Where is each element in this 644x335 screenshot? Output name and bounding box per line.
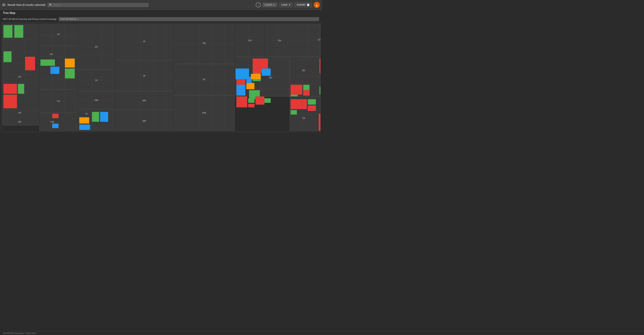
svg-rect-88	[236, 85, 246, 96]
svg-rect-5	[18, 84, 24, 94]
svg-rect-121	[264, 98, 271, 103]
svg-rect-42	[79, 117, 89, 124]
svg-rect-31	[52, 124, 58, 128]
search-icon: 🔍	[49, 4, 52, 6]
svg-rect-107	[320, 87, 320, 95]
svg-rect-111	[308, 99, 316, 105]
svg-rect-40	[92, 112, 99, 122]
cell-cp[interactable]	[78, 24, 114, 69]
svg-rect-19	[50, 67, 60, 74]
svg-rect-123	[251, 74, 261, 79]
svg-rect-41	[100, 112, 108, 122]
svg-rect-118	[248, 98, 254, 103]
svg-rect-30	[52, 114, 58, 118]
cell-pm[interactable]	[174, 96, 234, 131]
cell-pl[interactable]	[174, 64, 234, 96]
svg-rect-120	[255, 97, 264, 105]
export-button[interactable]: EXPORT 📄	[294, 3, 312, 7]
upload-icon: ⬆	[288, 4, 290, 6]
search-bar: 🔍	[48, 3, 149, 7]
svg-rect-110	[290, 99, 307, 109]
breadcrumb-path[interactable]: NIST-SP-800-53 ->	[59, 17, 319, 21]
treemap-svg: .cell { fill: #3a3a3a; stroke: #555; str…	[2, 23, 320, 132]
svg-rect-112	[308, 106, 316, 111]
svg-rect-3	[25, 57, 35, 70]
svg-rect-86	[246, 83, 254, 89]
svg-rect-113	[290, 110, 297, 115]
search-input[interactable]	[54, 4, 147, 6]
cell-ma[interactable]	[116, 91, 173, 110]
svg-rect-18	[40, 60, 55, 66]
breadcrumb-label: NIST SP 800-53 Security and Privacy Cont…	[3, 18, 56, 21]
app-header: Result View (5 results selected) 🔍 ? CLE…	[0, 0, 322, 10]
svg-rect-97	[303, 90, 310, 96]
svg-rect-119	[248, 104, 254, 107]
header-right: ? CLEAR ▼ LOAD ⬆ EXPORT 📄 🔥	[256, 2, 320, 8]
svg-rect-122	[236, 69, 249, 79]
svg-rect-21	[65, 69, 75, 78]
svg-rect-6	[4, 95, 17, 108]
help-button[interactable]: ?	[256, 2, 261, 8]
page-title: Tree Map	[0, 10, 322, 16]
user-avatar[interactable]: 🔥	[314, 2, 320, 8]
export-icon: 📄	[307, 4, 310, 6]
clear-button[interactable]: CLEAR ▼	[262, 3, 277, 7]
svg-rect-96	[303, 85, 310, 90]
svg-rect-43	[79, 125, 90, 130]
treemap-container: .cell { fill: #3a3a3a; stroke: #555; str…	[2, 23, 320, 132]
filter-icon: ▼	[273, 4, 275, 6]
svg-rect-105	[320, 59, 320, 73]
svg-rect-124	[262, 69, 271, 76]
svg-rect-0	[4, 25, 12, 38]
svg-rect-117	[236, 97, 247, 107]
svg-rect-1	[14, 25, 23, 38]
svg-rect-95	[290, 85, 302, 95]
menu-icon[interactable]	[2, 4, 6, 6]
breadcrumb-bar: NIST SP 800-53 Security and Privacy Cont…	[0, 16, 322, 23]
svg-rect-20	[65, 59, 75, 68]
cell-mp[interactable]	[116, 110, 173, 131]
cell-um[interactable]	[318, 114, 320, 131]
svg-rect-4	[4, 84, 17, 94]
cell-ul[interactable]	[318, 97, 320, 114]
svg-rect-98	[290, 95, 298, 97]
svg-rect-2	[4, 51, 12, 62]
header-title: Result View (5 results selected)	[8, 4, 45, 6]
load-button[interactable]: LOAD ⬆	[279, 3, 293, 7]
